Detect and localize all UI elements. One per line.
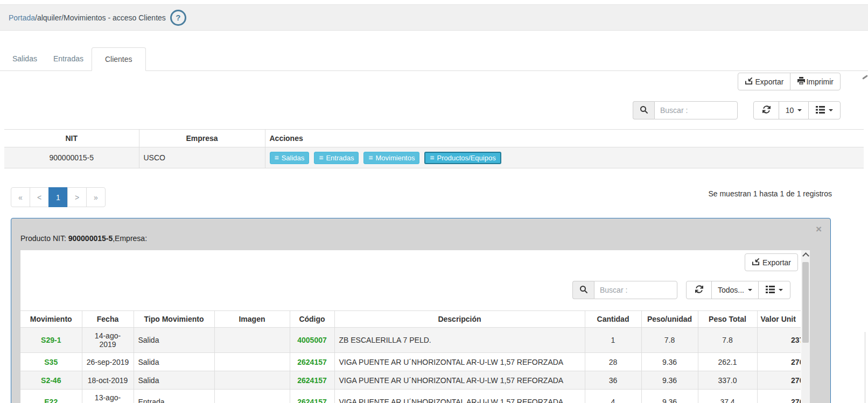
cell-codigo-link[interactable]: 4005007 — [290, 328, 334, 353]
cell-imagen — [214, 328, 290, 353]
printer-icon — [797, 77, 806, 87]
panel-title-nit: 900000015-5 — [68, 234, 113, 243]
panel-title: Producto NIT: 900000015-5,Empresa: — [20, 234, 147, 243]
cell-movimiento-link[interactable]: S35 — [20, 353, 82, 371]
cell-empresa: USCO — [139, 147, 265, 168]
movements-table-wrap: Movimiento Fecha Tipo Movimiento Imagen … — [20, 310, 801, 403]
panel-columns-dropdown[interactable] — [758, 281, 790, 299]
breadcrumb-bar: Portada/alquiler/Movimientos - acceso Cl… — [0, 4, 868, 31]
cell-movimiento-link[interactable]: E22 — [20, 390, 82, 403]
cell-codigo-link[interactable]: 2624157 — [290, 353, 334, 371]
tab-entradas[interactable]: Entradas — [45, 47, 92, 70]
breadcrumb-home-link[interactable]: Portada — [9, 13, 35, 22]
clients-table-header: NIT Empresa Acciones — [4, 130, 864, 147]
pagination-prev[interactable]: < — [30, 187, 49, 207]
scroll-up-icon[interactable] — [802, 252, 809, 259]
cell-codigo-link[interactable]: 2624157 — [290, 390, 334, 403]
panel-page-size-dropdown[interactable]: Todos... — [711, 281, 759, 299]
panel-export-label: Exportar — [762, 258, 791, 267]
list-icon: ≡ — [275, 154, 279, 161]
search-addon[interactable] — [633, 101, 654, 119]
search-group — [633, 101, 738, 119]
cell-movimiento-link[interactable]: S2-46 — [20, 371, 82, 390]
movements-table-header: Movimiento Fecha Tipo Movimiento Imagen … — [20, 311, 801, 328]
pagination-last[interactable]: » — [86, 187, 106, 207]
export-button-label: Exportar — [755, 77, 784, 86]
pagination-next[interactable]: > — [67, 187, 87, 207]
tab-salidas[interactable]: Salidas — [4, 47, 45, 70]
pagination-page-1[interactable]: 1 — [48, 187, 68, 207]
col-header-empresa[interactable]: Empresa — [139, 130, 265, 147]
salidas-action-button[interactable]: ≡Salidas — [270, 152, 310, 164]
cell-movimiento-link[interactable]: S29-1 — [20, 328, 82, 353]
col-peso-unidad[interactable]: Peso/unidad — [641, 311, 698, 328]
records-summary: Se muestran 1 hasta 1 de 1 registros — [708, 189, 832, 198]
refresh-icon — [695, 285, 703, 295]
panel-refresh-button[interactable] — [686, 281, 712, 299]
export-icon — [745, 77, 753, 87]
panel-export-button[interactable]: Exportar — [745, 253, 798, 271]
list-columns-icon — [766, 286, 775, 295]
tab-bar: Salidas Entradas Clientes — [4, 47, 146, 70]
col-peso-total[interactable]: Peso Total — [698, 311, 757, 328]
col-cantidad[interactable]: Cantidad — [585, 311, 641, 328]
col-movimiento[interactable]: Movimiento — [20, 311, 82, 328]
col-imagen[interactable]: Imagen — [214, 311, 290, 328]
clipped-edge-artifact — [862, 75, 868, 80]
col-header-acciones: Acciones — [265, 130, 864, 147]
columns-dropdown[interactable] — [808, 101, 841, 119]
close-icon[interactable]: × — [816, 224, 822, 234]
col-codigo[interactable]: Código — [290, 311, 334, 328]
tab-clientes[interactable]: Clientes — [92, 47, 146, 71]
page-size-dropdown[interactable]: 10 — [779, 101, 809, 119]
cell-imagen — [214, 390, 290, 403]
search-icon — [579, 285, 588, 295]
col-header-nit[interactable]: NIT — [4, 130, 139, 147]
cell-imagen — [214, 353, 290, 371]
list-icon: ≡ — [368, 154, 373, 161]
movements-table: Movimiento Fecha Tipo Movimiento Imagen … — [20, 310, 801, 403]
movimientos-action-button[interactable]: ≡Movimientos — [363, 152, 419, 164]
col-valor-unit[interactable]: Valor Unit — [757, 311, 801, 328]
chevron-down-icon — [797, 109, 802, 111]
chevron-down-icon — [748, 289, 752, 291]
col-tipo-movimiento[interactable]: Tipo Movimiento — [134, 311, 214, 328]
col-fecha[interactable]: Fecha — [82, 311, 134, 328]
print-button-label: Imprimir — [806, 77, 834, 86]
export-icon — [752, 258, 760, 267]
scrollbar-thumb[interactable] — [802, 262, 809, 343]
cell-codigo-link[interactable]: 2624157 — [290, 371, 334, 390]
print-button[interactable]: Imprimir — [790, 73, 841, 90]
list-icon: ≡ — [430, 154, 434, 161]
search-addon[interactable] — [572, 281, 594, 299]
list-columns-icon — [816, 106, 825, 115]
panel-content: Exportar Todos... — [20, 250, 810, 403]
breadcrumb-path: /alquiler/Movimientos - acceso Clientes — [35, 13, 166, 22]
entradas-action-button[interactable]: ≡Entradas — [314, 152, 359, 164]
page: Portada/alquiler/Movimientos - acceso Cl… — [0, 0, 868, 403]
productos-equipos-action-button[interactable]: ≡Productos/Equipos — [424, 152, 501, 164]
help-icon[interactable]: ? — [170, 10, 186, 26]
export-print-group: Exportar Imprimir — [738, 73, 841, 90]
table-row: S29-1 14-ago-2019 Salida 4005007 ZB ESCA… — [20, 328, 801, 353]
search-input[interactable] — [654, 101, 738, 119]
panel-search-input[interactable] — [594, 281, 677, 299]
panel-search-group — [572, 281, 677, 299]
cell-imagen — [214, 371, 290, 390]
refresh-button[interactable] — [753, 101, 779, 119]
panel-scrollbar[interactable] — [801, 250, 810, 403]
table-row: S35 26-sep-2019 Salida 2624157 VIGA PUEN… — [20, 353, 801, 371]
list-icon: ≡ — [319, 154, 323, 161]
page-size-value: 10 — [786, 106, 794, 115]
refresh-icon — [762, 105, 771, 115]
panel-page-size-value: Todos... — [718, 286, 744, 294]
chevron-down-icon — [779, 289, 783, 291]
pagination-first[interactable]: « — [11, 187, 30, 207]
window-scrollbar-edge — [865, 332, 865, 403]
pagination: « < 1 > » — [11, 187, 106, 207]
table-row: S2-46 18-oct-2019 Salida 2624157 VIGA PU… — [20, 371, 801, 390]
product-detail-panel: Producto NIT: 900000015-5,Empresa: × Exp… — [11, 218, 831, 403]
col-descripcion[interactable]: Descripción — [334, 311, 585, 328]
export-button[interactable]: Exportar — [738, 73, 791, 90]
search-icon — [640, 105, 648, 116]
